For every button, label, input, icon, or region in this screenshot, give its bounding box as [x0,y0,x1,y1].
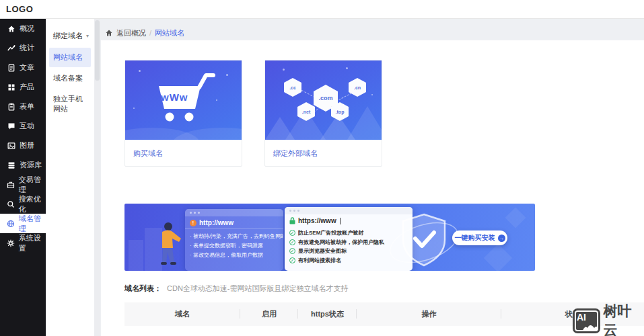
form-icon [7,102,16,112]
https-url: https://www [298,217,336,224]
domain-table-header: 域名 启用 https状态 操作 状态 [124,302,644,326]
home-icon [7,24,16,34]
bind-external-domain-label[interactable]: 绑定外部域名 [265,140,382,159]
person-illustration [154,221,184,269]
one-click-buy-install-button[interactable]: 一键购买安装 → [452,230,507,245]
buy-domain-label[interactable]: 购买域名 [125,140,242,159]
database-icon [7,161,16,170]
cart-illustration: wWw [125,60,242,140]
http-risk-item: 表单提交数据窃听，密码泄露 [190,241,279,251]
home-icon [105,29,113,37]
http-risk-item: 被劫持/污染，充满广告，去到钓鱼网站 [190,232,279,241]
briefcase-icon [7,180,15,190]
breadcrumb-separator: / [149,29,151,37]
domain-tld-hexagon: .cc [284,78,301,97]
chat-icon [7,122,16,131]
mountain-icon [582,322,600,332]
sidebar-item-products[interactable]: 产品 [0,77,46,97]
table-header-cell: 操作 [357,302,501,326]
main-area: 返回概况 / 网站域名 wWw [100,19,644,336]
sidebar-item-gallery[interactable]: 图册 [0,136,46,155]
chevron-down-icon: ▾ [86,33,89,39]
logo[interactable]: LOGO [6,4,33,14]
subsidebar-item-icp[interactable]: 域名备案 [49,69,91,88]
table-header-cell: 域名 [124,302,240,326]
breadcrumb: 返回概况 / 网站域名 [100,19,644,40]
sidebar-item-trade[interactable]: 交易管理 [0,175,46,194]
sidebar-item-stats[interactable]: 统计 [0,38,46,58]
http-risk-item: 篡改交易信息，偷取用户数据 [190,251,279,260]
sidebar-item-overview[interactable]: 概况 [0,19,46,38]
watermark-text: 树叶云 [604,302,644,336]
check-icon: ✓ [289,257,295,263]
gallery-icon [7,141,16,151]
https-promo-banner[interactable]: ! http://www 被劫持/污染，充满广告，去到钓鱼网站 表单提交数据窃听… [124,204,535,271]
watermark: AI 树叶云 [573,302,644,336]
text-cursor [340,218,341,224]
globe-icon [7,219,15,228]
table-header-cell: https状态 [298,302,357,326]
scrollbar-thumb[interactable] [95,20,100,81]
check-icon: ✓ [289,230,295,236]
check-icon: ✓ [289,239,295,245]
topbar: LOGO [0,0,644,19]
sidebar-item-domain[interactable]: 域名管理 [0,214,46,233]
bind-external-domain-card[interactable]: .cc .com .cn .net .top [264,60,382,167]
scrollbar[interactable] [94,19,100,336]
sidebar-item-settings[interactable]: 系统设置 [0,233,46,253]
ai-image-icon: AI [573,308,600,333]
grid-icon [7,83,16,92]
search-icon [7,200,15,209]
lock-icon [289,217,295,224]
subsidebar-item-mobile-site[interactable]: 独立手机网站 [49,89,91,119]
domain-list-desc: CDN全球动态加速-需网站国际版且绑定独立域名才支持 [167,284,349,294]
subsidebar: 绑定域名 ▾ 网站域名 域名备案 独立手机网站 [46,19,94,336]
cart-www-text: wWw [161,91,188,103]
browser-chrome [185,209,283,216]
sidebar-item-seo[interactable]: 搜索优化 [0,194,46,214]
shield-illustration [387,210,461,271]
sidebar-item-articles[interactable]: 文章 [0,58,46,77]
arrow-right-icon: → [498,235,505,242]
warning-icon: ! [190,220,196,226]
breadcrumb-current: 网站域名 [155,28,184,38]
sidebar: 概况 统计 文章 产品 表单 互动 [0,19,46,336]
sidebar-item-resources[interactable]: 资源库 [0,155,46,175]
sidebar-item-forms[interactable]: 表单 [0,97,46,116]
subsidebar-item-site-domain[interactable]: 网站域名 [49,48,91,67]
http-browser-mockup: ! http://www 被劫持/污染，充满广告，去到钓鱼网站 表单提交数据窃听… [185,209,283,271]
domain-list-info: 域名列表： CDN全球动态加速-需网站国际版且绑定独立域名才支持 [124,284,349,294]
table-header-cell: 启用 [240,302,298,326]
article-icon [7,63,16,73]
buy-domain-card[interactable]: wWw 购买域名 [124,60,242,167]
breadcrumb-back-link[interactable]: 返回概况 [116,28,146,38]
check-icon: ✓ [289,248,295,254]
chart-icon [7,44,16,53]
domain-tld-hexagon: .cn [349,78,366,97]
content-panel: wWw 购买域名 [101,40,644,336]
http-url: http://www [199,219,234,226]
subsidebar-group-bind-domain[interactable]: 绑定域名 ▾ [46,26,94,46]
gear-icon [7,239,15,248]
domain-hexagons-illustration: .cc .com .cn .net .top [265,60,382,140]
domain-list-label: 域名列表： [124,284,162,294]
sidebar-item-interact[interactable]: 互动 [0,116,46,136]
